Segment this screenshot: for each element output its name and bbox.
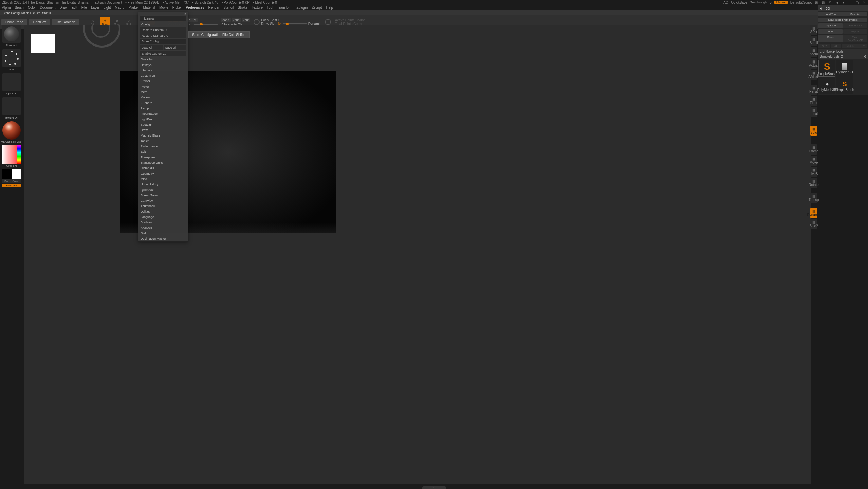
brush-tile[interactable]	[2, 25, 21, 43]
pref-marker[interactable]: Marker	[138, 95, 188, 100]
maximize-icon[interactable]: ▢	[855, 0, 859, 4]
pref-decimation-master[interactable]: Decimation Master	[138, 236, 188, 241]
m-button[interactable]: M	[192, 18, 198, 22]
pref-geometry[interactable]: Geometry	[138, 171, 188, 176]
pref-spotlight[interactable]: SpotLight	[138, 122, 188, 127]
load-tool-button[interactable]: Load Tool	[818, 12, 843, 16]
pref-edit[interactable]: Edit	[138, 149, 188, 155]
rstrip-move[interactable]: ▦Move	[810, 156, 817, 166]
quicksave-button[interactable]: QuickSave	[731, 1, 747, 4]
menu-zscript[interactable]: Zscript	[312, 6, 322, 10]
menu-render[interactable]: Render	[208, 6, 220, 10]
pref-gizmo-3d[interactable]: Gizmo 3D	[138, 165, 188, 171]
restore-custom-ui-button[interactable]: Restore Custom UI	[140, 27, 186, 33]
store-config-button[interactable]: Store Config	[140, 39, 186, 44]
rstrip-frame[interactable]: ▦Frame	[810, 144, 817, 155]
tab-left-icon[interactable]: ◂	[835, 0, 839, 4]
zadd-button[interactable]: Zadd	[221, 18, 231, 22]
rstrip-liveb[interactable]: ▦LiveB	[810, 167, 817, 177]
layout2-icon[interactable]: ⊟	[821, 0, 825, 4]
tool-thumb-polymesh[interactable]: ✦PolyMesh3D	[818, 77, 835, 94]
rstrip-actual[interactable]: ▦Actual	[810, 58, 817, 69]
make-polymesh-button[interactable]: Make PolyMesh3D	[843, 35, 867, 42]
export-button[interactable]: Export	[843, 29, 867, 34]
pref-goz[interactable]: GoZ	[138, 231, 188, 236]
tool-thumb-simplebrush2[interactable]: SSimpleBrush	[836, 77, 853, 94]
panel-collapse-icon[interactable]: ◂	[820, 6, 822, 11]
paste-tool-button[interactable]: Paste Tool	[843, 23, 867, 28]
menus-button[interactable]: Menus	[774, 1, 788, 4]
rstrip-transp[interactable]: ▦Transp	[810, 193, 817, 203]
tool-thumb-cylinder[interactable]: Cylinder3D	[836, 60, 853, 77]
pref-boolean[interactable]: Boolean	[138, 220, 188, 225]
gradient-label[interactable]: Gradient	[6, 164, 17, 167]
enable-customize-button[interactable]: Enable Customize	[140, 51, 186, 56]
tab-home[interactable]: Home Page	[1, 19, 27, 25]
menu-marker[interactable]: Marker	[128, 6, 139, 10]
rstrip-dynamic[interactable]: ▦Dynamic	[810, 208, 817, 218]
clone-button[interactable]: Clone	[818, 35, 843, 42]
menu-color[interactable]: Color	[28, 6, 36, 10]
pref-custom-ui[interactable]: Custom UI	[138, 73, 188, 78]
pref-icolors[interactable]: IColors	[138, 78, 188, 84]
pref-screensaver[interactable]: ScreenSaver	[138, 193, 188, 198]
rstrip-local[interactable]: ▦Local	[810, 107, 817, 117]
menu-layer[interactable]: Layer	[91, 6, 99, 10]
seethrough-button[interactable]: See-through	[750, 1, 767, 4]
goz-all-button[interactable]: All	[831, 44, 841, 48]
pref-misc[interactable]: Misc	[138, 176, 188, 182]
menu-zplugin[interactable]: Zplugin	[297, 6, 308, 10]
restore-standard-ui-button[interactable]: Restore Standard UI	[140, 33, 186, 38]
zcut-button[interactable]: Zcut	[242, 18, 251, 22]
copy-tool-button[interactable]: Copy Tool	[818, 23, 843, 28]
goz-visible-button[interactable]: Visible	[842, 44, 860, 48]
menu-document[interactable]: Document	[40, 6, 56, 10]
pref-transpose[interactable]: Transpose	[138, 155, 188, 160]
layout3-icon[interactable]: ⧉	[828, 0, 832, 4]
tab-liveboolean[interactable]: Live Boolean	[52, 19, 79, 25]
draw-size-slider[interactable]	[283, 23, 307, 24]
pref-analysis[interactable]: Analysis	[138, 225, 188, 231]
menu-texture[interactable]: Texture	[252, 6, 263, 10]
switchcolor-button[interactable]: SwitchColor	[2, 179, 21, 183]
save-as-button[interactable]: Save As	[843, 12, 867, 16]
color-swatch[interactable]	[2, 169, 21, 179]
menu-file[interactable]: File	[81, 6, 87, 10]
size-knob[interactable]	[325, 19, 331, 25]
pref-lightbox[interactable]: LightBox	[138, 116, 188, 122]
matcap-tile[interactable]	[2, 121, 21, 140]
pref-zsphere[interactable]: ZSphere	[138, 100, 188, 106]
pref-language[interactable]: Language	[138, 214, 188, 220]
menu-material[interactable]: Material	[143, 6, 155, 10]
rstrip-rotate[interactable]: ▦Rotate	[810, 178, 817, 188]
pref-importexport[interactable]: ImportExport	[138, 111, 188, 116]
pref-draw[interactable]: Draw	[138, 127, 188, 133]
pref-picker[interactable]: Picker	[138, 84, 188, 89]
pref-performance[interactable]: Performance	[138, 144, 188, 149]
load-from-project-button[interactable]: Load Tools From Project	[818, 18, 867, 22]
texture-tile[interactable]	[2, 97, 21, 115]
pref-transpose-units[interactable]: Transpose Units	[138, 160, 188, 165]
menu-stroke[interactable]: Stroke	[238, 6, 247, 10]
alternate-button[interactable]: Alternate	[2, 184, 21, 187]
load-ui-button[interactable]: Load Ui	[140, 45, 163, 50]
menu-preferences[interactable]: Preferences	[186, 6, 204, 10]
rstrip-floor[interactable]: ▦Floor	[810, 96, 817, 106]
pref-zscript[interactable]: Zscript	[138, 106, 188, 111]
goz-button[interactable]: GoZ	[818, 44, 830, 48]
zsub-button[interactable]: Zsub	[232, 18, 241, 22]
menu-draw[interactable]: Draw	[59, 6, 67, 10]
document-thumb[interactable]	[31, 34, 55, 53]
rstrip-scroll[interactable]: ▦Scroll	[810, 36, 817, 46]
menu-tool[interactable]: Tool	[267, 6, 273, 10]
goz-r-button[interactable]: R	[860, 44, 867, 48]
pref-magnify-glass[interactable]: Magnify Glass	[138, 133, 188, 138]
pref-interface[interactable]: Interface	[138, 68, 188, 73]
menu-picker[interactable]: Picker	[172, 6, 182, 10]
pref-thumbnail[interactable]: Thumbnail	[138, 203, 188, 209]
menu-stencil[interactable]: Stencil	[223, 6, 234, 10]
rstrip-solo2[interactable]: ▦Solo2	[810, 219, 817, 229]
tab-lightbox[interactable]: LightBox	[29, 19, 50, 25]
menu-help[interactable]: Help	[326, 6, 333, 10]
pref-quick-info[interactable]: Quick Info	[138, 57, 188, 62]
